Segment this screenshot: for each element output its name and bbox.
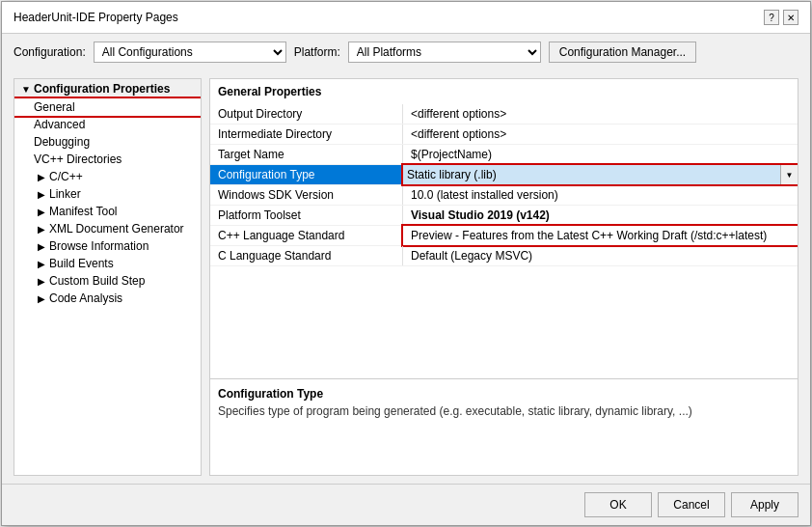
cpp-expand-icon: ▶ <box>34 172 49 182</box>
prop-name-c-standard: C Language Standard <box>210 246 403 265</box>
tree-item-linker-label: Linker <box>49 187 81 201</box>
tree-item-xml-label: XML Document Generator <box>49 222 184 236</box>
prop-value-target-name: $(ProjectName) <box>403 145 798 164</box>
prop-value-config-type[interactable]: Static library (.lib) ▼ <box>403 165 798 184</box>
prop-value-sdk-version: 10.0 (latest installed version) <box>403 185 798 205</box>
prop-row-target-name[interactable]: Target Name $(ProjectName) <box>210 145 798 165</box>
title-bar: HeaderUnit-IDE Property Pages ? ✕ <box>2 2 810 34</box>
root-label: Configuration Properties <box>34 82 170 96</box>
tree-item-general[interactable]: General <box>14 98 201 116</box>
prop-row-platform-toolset[interactable]: Platform Toolset Visual Studio 2019 (v14… <box>210 206 798 226</box>
bottom-bar: OK Cancel Apply <box>2 484 810 525</box>
config-bar: Configuration: All Configurations Platfo… <box>2 34 810 70</box>
prop-row-config-type[interactable]: Configuration Type Static library (.lib)… <box>210 165 798 185</box>
tree-item-general-label: General <box>34 100 75 114</box>
prop-name-platform-toolset: Platform Toolset <box>210 206 403 225</box>
tree-item-build-events-label: Build Events <box>49 257 114 270</box>
info-section: Configuration Type Specifies type of pro… <box>210 378 798 475</box>
platform-label: Platform: <box>294 45 340 59</box>
prop-name-output-dir: Output Directory <box>210 104 403 124</box>
tree-item-code-analysis-label: Code Analysis <box>49 291 122 305</box>
prop-name-intermediate-dir: Intermediate Directory <box>210 125 403 144</box>
tree-item-vc-dirs[interactable]: VC++ Directories <box>14 151 201 168</box>
config-type-value: Static library (.lib) <box>403 166 780 183</box>
tree-item-browse-label: Browse Information <box>49 239 149 253</box>
tree-item-build-events[interactable]: ▶ Build Events <box>14 255 201 272</box>
tree-item-cpp-label: C/C++ <box>49 170 83 183</box>
prop-value-platform-toolset: Visual Studio 2019 (v142) <box>403 206 798 225</box>
close-button[interactable]: ✕ <box>783 10 798 25</box>
prop-row-intermediate-dir[interactable]: Intermediate Directory <different option… <box>210 125 798 145</box>
config-type-dropdown-arrow[interactable]: ▼ <box>780 165 798 184</box>
tree-item-xml[interactable]: ▶ XML Document Generator <box>14 220 201 237</box>
prop-name-sdk-version: Windows SDK Version <box>210 185 403 205</box>
left-panel: ▼ Configuration Properties General Advan… <box>14 78 202 476</box>
main-content: ▼ Configuration Properties General Advan… <box>2 70 810 484</box>
info-title: Configuration Type <box>218 387 790 401</box>
help-button[interactable]: ? <box>764 10 779 25</box>
tree-item-code-analysis[interactable]: ▶ Code Analysis <box>14 290 201 307</box>
build-events-expand-icon: ▶ <box>34 259 49 269</box>
right-panel: General Properties Output Directory <dif… <box>209 78 798 476</box>
prop-row-c-standard[interactable]: C Language Standard Default (Legacy MSVC… <box>210 246 798 266</box>
root-expand-icon: ▼ <box>18 84 34 95</box>
prop-name-target-name: Target Name <box>210 145 403 164</box>
tree-item-manifest-label: Manifest Tool <box>49 205 117 218</box>
prop-value-output-dir: <different options> <box>403 104 798 124</box>
tree-item-vc-dirs-label: VC++ Directories <box>34 153 122 166</box>
prop-row-sdk-version[interactable]: Windows SDK Version 10.0 (latest install… <box>210 185 798 206</box>
right-top: General Properties Output Directory <dif… <box>210 79 798 378</box>
linker-expand-icon: ▶ <box>34 189 49 200</box>
tree-item-advanced-label: Advanced <box>34 118 85 131</box>
tree-item-cpp[interactable]: ▶ C/C++ <box>14 168 201 185</box>
prop-value-cpp-standard: Preview - Features from the Latest C++ W… <box>403 226 798 245</box>
tree-item-debugging-label: Debugging <box>34 135 90 149</box>
tree-item-custom-build-label: Custom Build Step <box>49 274 145 288</box>
tree-root-header: ▼ Configuration Properties <box>14 79 201 98</box>
tree-item-browse[interactable]: ▶ Browse Information <box>14 237 201 255</box>
browse-expand-icon: ▶ <box>34 241 49 252</box>
manifest-expand-icon: ▶ <box>34 207 49 217</box>
custom-build-expand-icon: ▶ <box>34 276 49 287</box>
prop-name-cpp-standard: C++ Language Standard <box>210 226 403 245</box>
properties-table: Output Directory <different options> Int… <box>210 104 798 378</box>
xml-expand-icon: ▶ <box>34 224 49 235</box>
configuration-select[interactable]: All Configurations <box>94 42 286 63</box>
tree-item-linker[interactable]: ▶ Linker <box>14 185 201 203</box>
prop-row-output-dir[interactable]: Output Directory <different options> <box>210 104 798 125</box>
cancel-button[interactable]: Cancel <box>658 492 725 517</box>
ok-button[interactable]: OK <box>584 492 652 517</box>
tree-item-advanced[interactable]: Advanced <box>14 116 201 133</box>
tree-item-manifest[interactable]: ▶ Manifest Tool <box>14 203 201 220</box>
configuration-manager-button[interactable]: Configuration Manager... <box>549 42 696 63</box>
configuration-label: Configuration: <box>14 45 86 59</box>
code-analysis-expand-icon: ▶ <box>34 293 49 304</box>
prop-value-c-standard: Default (Legacy MSVC) <box>403 246 798 265</box>
title-controls: ? ✕ <box>764 10 798 25</box>
tree-item-debugging[interactable]: Debugging <box>14 133 201 151</box>
platform-select[interactable]: All Platforms <box>348 42 541 63</box>
property-pages-dialog: HeaderUnit-IDE Property Pages ? ✕ Config… <box>1 1 811 526</box>
section-header: General Properties <box>210 79 798 104</box>
apply-button[interactable]: Apply <box>731 492 798 517</box>
info-text: Specifies type of program being generate… <box>218 404 790 418</box>
prop-name-config-type: Configuration Type <box>210 165 403 184</box>
tree-item-custom-build[interactable]: ▶ Custom Build Step <box>14 272 201 290</box>
prop-row-cpp-standard[interactable]: C++ Language Standard Preview - Features… <box>210 226 798 246</box>
prop-value-intermediate-dir: <different options> <box>403 125 798 144</box>
dialog-title: HeaderUnit-IDE Property Pages <box>14 11 178 24</box>
